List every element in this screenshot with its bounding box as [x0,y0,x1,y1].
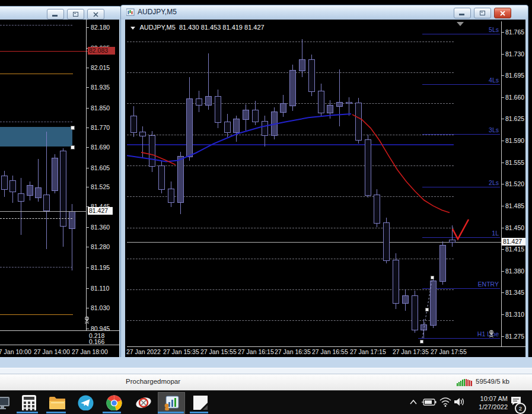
dashed-level-line [0,267,72,267]
candle [430,281,437,325]
price-axis-label: 81.935 [91,84,110,91]
signal-bars-icon [457,378,473,387]
price-axis-label: 81.850 [91,104,110,112]
candle [69,211,75,229]
candle [215,96,221,123]
candle [52,158,58,191]
axis-tick [86,128,89,128]
restore-icon [480,11,485,15]
price-axis-label: 81.275 [505,333,524,340]
price-axis-label: 81.110 [91,285,109,292]
grid-line [127,320,454,321]
candle [139,132,146,136]
candle [130,116,137,133]
left-window-titlebar[interactable] [0,7,121,21]
chrome-icon[interactable] [106,395,123,410]
chevron-down-icon[interactable] [130,27,135,30]
rectangle-zone[interactable] [0,127,72,147]
price-axis-label: 81.030 [91,304,110,311]
close-button[interactable] [494,8,511,18]
candle-wick [21,178,21,235]
time-axis-label: 27 Jan 16:35 [275,348,311,355]
price-axis-label: 81.730 [505,50,524,58]
minimize-button[interactable] [47,9,64,20]
minimize-button[interactable] [454,8,471,18]
price-axis-label: 81.195 [91,264,110,271]
file-explorer-icon[interactable] [49,395,65,410]
axis-tick [86,329,89,329]
bid-line [0,211,86,212]
candle [420,324,427,330]
profile-name[interactable]: Prochargedmopar [126,378,180,385]
price-axis-label: 80.945 [91,325,110,332]
candle [196,98,202,106]
snipping-tool-icon[interactable] [135,395,151,410]
subwindow-value: 0.166 [89,338,104,345]
candle-wick [46,132,47,249]
time-axis-label: 27 Jan 10:00 [0,348,31,355]
axis-tick [501,336,504,337]
candle-wick [349,97,349,116]
price-axis-label: 81.485 [505,202,524,209]
candle [393,260,399,304]
battery-icon[interactable] [421,398,437,406]
level-label: H1 Line [415,330,499,337]
level-line-h1-line [418,338,500,339]
price-axis-label: 81.415 [505,246,524,253]
price-axis-label: 81.380 [505,267,524,275]
candle [1,176,8,190]
axis-tick [86,227,89,228]
grid-line [127,165,454,166]
bid-price-badge: 81.427 [88,207,113,215]
axis-tick [86,27,89,28]
notepad-icon[interactable] [193,395,209,410]
candle [308,59,315,92]
chevron-up-icon[interactable] [409,399,418,405]
axis-tick [86,108,89,109]
desktop: AUDJPY,M5 AUDJPY,M5 81.430 81.453 81.419… [0,0,532,414]
time-axis-label: 27 Jan 17:15 [350,348,386,355]
minimize-icon [459,14,464,15]
telegram-icon[interactable] [78,395,94,410]
candle [412,295,418,331]
monitor-icon[interactable] [0,395,11,410]
speaker-icon[interactable] [454,397,466,407]
restore-icon [73,12,78,17]
metatrader-active-tile[interactable] [158,392,185,414]
taskbar: GALANT [0,390,532,414]
level-line-3ls [422,134,500,135]
candle [243,110,249,120]
price-axis-label: 81.280 [91,243,110,250]
navy-hline [127,144,454,145]
close-button[interactable] [87,9,104,20]
restore-button[interactable] [67,9,84,20]
axis-tick [86,168,89,168]
notification-badge[interactable]: 2 [515,403,526,414]
axis-tick [86,247,89,247]
candle [346,102,352,104]
grid-line [127,196,454,197]
candle [439,245,446,282]
axis-tick [501,292,504,293]
status-bar: Prochargedmopar 59549/5 kb [0,374,532,391]
axis-tick [86,147,89,148]
candle [233,119,240,133]
price-axis-label: 81.555 [505,159,524,166]
time-axis-separator [127,346,525,347]
candle [271,112,278,136]
running-indicator [103,412,121,413]
restore-button[interactable] [474,8,491,18]
scroll-to-end-icon[interactable] [457,22,464,26]
wifi-icon[interactable] [439,397,452,407]
price-axis-label: 81.660 [505,94,524,101]
main-window-titlebar[interactable]: AUDJPY,M5 [121,5,528,20]
chart-window-icon [126,8,135,16]
time-axis-label: 27 Jan 15:35 [163,348,199,355]
axis-tick [501,271,504,272]
candle [365,139,371,196]
tray-clock[interactable]: 10:07 AM 1/27/2022 [466,394,508,411]
calculator-icon[interactable] [21,395,38,410]
main-chart-area[interactable] [125,20,525,357]
candle [9,180,16,192]
axis-tick [86,187,89,187]
